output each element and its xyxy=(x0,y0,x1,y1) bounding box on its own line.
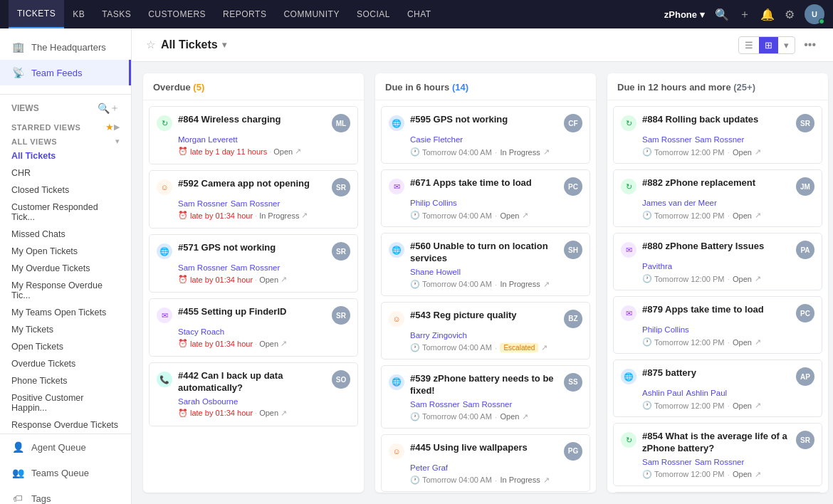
ticket-543-time: 🕐 Tomorrow 04:00 AM xyxy=(410,343,492,352)
search-icon[interactable]: 🔍 xyxy=(715,8,729,21)
sidebar-view-my-overdue[interactable]: My Overdue Tickets xyxy=(0,260,131,277)
sidebar-view-my-response-overdue[interactable]: My Response Overdue Tic... xyxy=(0,277,131,304)
settings-icon[interactable]: ⚙ xyxy=(785,8,795,21)
avatar[interactable]: U xyxy=(805,4,824,24)
ticket-442[interactable]: 📞 #442 Can I back up data automatically?… xyxy=(149,362,358,426)
ticket-882-assignee-1[interactable]: James van der Meer xyxy=(642,199,717,207)
add-icon[interactable]: ＋ xyxy=(739,7,750,22)
ticket-879-assignee-1[interactable]: Philip Collins xyxy=(642,325,689,334)
page-title-dropdown[interactable]: All Tickets ▾ xyxy=(161,38,226,51)
sidebar-view-missed-chats[interactable]: Missed Chats xyxy=(0,226,131,243)
ticket-879-time: 🕐 Tomorrow 12:00 PM xyxy=(642,337,724,347)
sidebar-view-my-open[interactable]: My Open Tickets xyxy=(0,243,131,260)
ticket-884-title: #884 Rolling back updates xyxy=(642,114,790,126)
ticket-592[interactable]: ☺ #592 Camera app not opening SR Sam Ros… xyxy=(149,170,358,229)
ticket-671-time: 🕐 Tomorrow 04:00 AM xyxy=(410,211,492,220)
ticket-560-assignees: Shane Howell xyxy=(410,268,582,276)
ticket-455-assignee-1[interactable]: Stacy Roach xyxy=(178,327,224,336)
sidebar-view-closed-tickets[interactable]: Closed Tickets xyxy=(0,182,131,199)
ticket-592-assignees: Sam Rossner Sam Rossner xyxy=(178,199,350,208)
all-views-arrow-icon[interactable]: ▾ xyxy=(115,137,120,146)
ticket-595[interactable]: 🌐 #595 GPS not working CF Casie Fletcher… xyxy=(381,106,590,164)
nav-reports[interactable]: REPORTS xyxy=(214,0,275,28)
ticket-560[interactable]: 🌐 #560 Unable to turn on location servic… xyxy=(381,233,590,296)
ticket-571-assignee-1[interactable]: Sam Rossner xyxy=(178,263,228,272)
ticket-560-assignee-1[interactable]: Shane Howell xyxy=(410,268,461,276)
ticket-455[interactable]: ✉ #455 Setting up FinderID SR Stacy Roac… xyxy=(149,298,358,357)
ticket-671-assignee-1[interactable]: Philip Collins xyxy=(410,199,457,207)
ticket-854-header: ↻ #854 What is the average life of a zPh… xyxy=(621,431,814,455)
ticket-592-assignee-2[interactable]: Sam Rossner xyxy=(231,199,281,208)
sidebar-view-all-tickets[interactable]: All Tickets xyxy=(0,147,131,164)
ticket-445-assignee-1[interactable]: Peter Graf xyxy=(410,463,448,472)
ticket-539-assignee-2[interactable]: Sam Rossner xyxy=(463,400,513,409)
ticket-442-assignee-1[interactable]: Sarah Osbourne xyxy=(178,397,238,406)
ticket-884-assignee-1[interactable]: Sam Rossner xyxy=(642,135,692,144)
ticket-864[interactable]: ↻ #864 Wireless charging ML Morgan Lever… xyxy=(149,106,358,164)
ticket-539[interactable]: 🌐 #539 zPhone battery needs to be fixed!… xyxy=(381,365,590,429)
ticket-854[interactable]: ↻ #854 What is the average life of a zPh… xyxy=(613,423,822,486)
ticket-539-assignee-1[interactable]: Sam Rossner xyxy=(410,400,460,409)
sidebar-item-headquarters[interactable]: 🏢 The Headquarters xyxy=(0,34,131,60)
favorite-star-icon[interactable]: ☆ xyxy=(146,38,155,51)
sidebar-view-my-teams-open[interactable]: My Teams Open Tickets xyxy=(0,304,131,321)
sidebar-view-overdue-tickets[interactable]: Overdue Tickets xyxy=(0,355,131,372)
ticket-875[interactable]: 🌐 #875 battery AP Ashlin Paul Ashlin Pau… xyxy=(613,359,822,417)
ticket-595-assignee-1[interactable]: Casie Fletcher xyxy=(410,135,463,144)
sidebar-item-agent-queue[interactable]: 👤 Agent Queue xyxy=(0,434,131,460)
column-due-12h-title: Due in 12 hours and more (25+) xyxy=(617,82,755,93)
sidebar-view-phone-tickets[interactable]: Phone Tickets xyxy=(0,372,131,389)
ticket-571-assignee-2[interactable]: Sam Rossner xyxy=(231,263,281,272)
ticket-445[interactable]: ☺ #445 Using live wallpapers PG Peter Gr… xyxy=(381,434,590,492)
ticket-884[interactable]: ↻ #884 Rolling back updates SR Sam Rossn… xyxy=(613,106,822,164)
nav-tasks[interactable]: TASKS xyxy=(93,0,140,28)
ticket-838[interactable]: ☺ #838 zPhone not working NH Nicole Hawk… xyxy=(613,492,822,493)
ticket-875-assignees: Ashlin Paul Ashlin Paul xyxy=(642,389,814,397)
ticket-875-assignee-2[interactable]: Ashlin Paul xyxy=(686,389,728,397)
more-options-btn[interactable]: ••• xyxy=(801,36,819,54)
ticket-543[interactable]: ☺ #543 Reg picture quality BZ Barry Zing… xyxy=(381,302,590,359)
ticket-854-assignee-1[interactable]: Sam Rossner xyxy=(642,458,692,466)
brand-label[interactable]: zPhone ▾ xyxy=(664,9,705,20)
nav-tickets[interactable]: TICKETS xyxy=(9,0,64,28)
sidebar-view-customer-responded[interactable]: Customer Responded Tick... xyxy=(0,199,131,226)
sidebar-view-response-overdue[interactable]: Response Overdue Tickets xyxy=(0,416,131,434)
sidebar-main-section: 🏢 The Headquarters 📡 Team Feeds xyxy=(0,28,131,91)
ticket-671[interactable]: ✉ #671 Apps take time to load PC Philip … xyxy=(381,169,590,227)
views-search-icon[interactable]: 🔍 xyxy=(98,103,110,114)
sidebar-view-my-tickets[interactable]: My Tickets xyxy=(0,321,131,338)
ticket-592-assignee-1[interactable]: Sam Rossner xyxy=(178,199,228,208)
toggle-arrow-btn[interactable]: ▾ xyxy=(778,37,795,53)
ticket-864-assignee-1[interactable]: Morgan Leverett xyxy=(178,135,238,144)
nav-community[interactable]: COMMUNITY xyxy=(275,0,348,28)
ticket-543-assignee-1[interactable]: Barry Zingovich xyxy=(410,331,467,340)
ticket-880[interactable]: ✉ #880 zPhone Battery Issues PA Pavithra… xyxy=(613,233,822,290)
sidebar-item-tags[interactable]: 🏷 Tags xyxy=(0,485,131,504)
nav-social[interactable]: SOCIAL xyxy=(348,0,399,28)
ticket-539-header: 🌐 #539 zPhone battery needs to be fixed!… xyxy=(389,373,582,397)
ticket-884-assignee-2[interactable]: Sam Rossner xyxy=(695,135,745,144)
ticket-445-avatar: PG xyxy=(564,442,582,461)
notification-icon[interactable]: 🔔 xyxy=(760,8,775,21)
sidebar-view-positive-customer[interactable]: Positive Customer Happin... xyxy=(0,389,131,416)
ticket-571[interactable]: 🌐 #571 GPS not working SR Sam Rossner Sa… xyxy=(149,234,358,293)
ticket-854-assignee-2[interactable]: Sam Rossner xyxy=(695,458,745,466)
sidebar-view-open-tickets[interactable]: Open Tickets xyxy=(0,338,131,355)
ticket-875-assignee-1[interactable]: Ashlin Paul xyxy=(642,389,683,397)
views-add-icon[interactable]: ＋ xyxy=(110,102,120,115)
nav-kb[interactable]: KB xyxy=(64,0,93,28)
nav-customers[interactable]: CUSTOMERS xyxy=(140,0,214,28)
sidebar-item-teamfeeds[interactable]: 📡 Team Feeds xyxy=(0,60,131,85)
nav-chat[interactable]: CHAT xyxy=(399,0,440,28)
sidebar-view-chr[interactable]: CHR xyxy=(0,164,131,182)
sidebar-item-teams-queue[interactable]: 👥 Teams Queue xyxy=(0,460,131,485)
ticket-879[interactable]: ✉ #879 Apps take time to load PC Philip … xyxy=(613,296,822,354)
ticket-880-assignee-1[interactable]: Pavithra xyxy=(642,262,672,271)
star-icon: ★ xyxy=(105,122,114,132)
list-view-btn[interactable]: ☰ xyxy=(739,37,759,53)
ticket-882[interactable]: ↻ #882 zPhone replacement JM James van d… xyxy=(613,169,822,227)
ticket-445-title: #445 Using live wallpapers xyxy=(410,442,558,454)
late-icon-3: ⏰ xyxy=(178,275,188,284)
starred-arrow-icon[interactable]: ▶ xyxy=(114,122,120,132)
grid-view-btn[interactable]: ⊞ xyxy=(759,37,778,53)
